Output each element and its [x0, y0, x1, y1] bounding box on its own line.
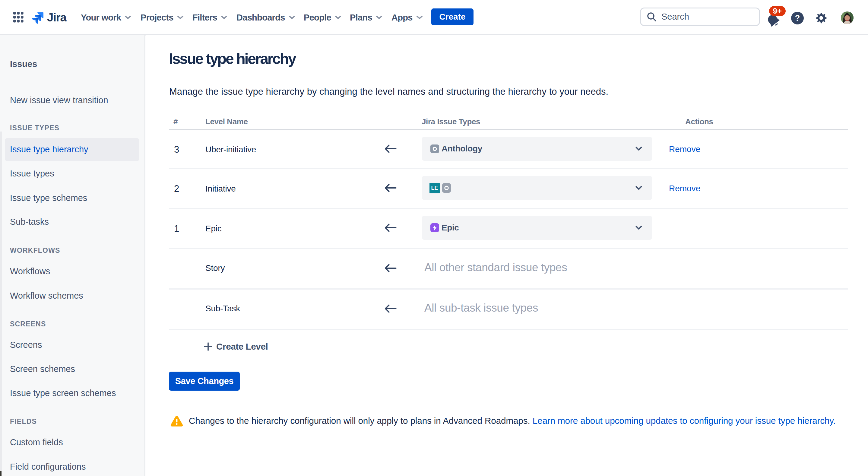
- svg-text:?: ?: [795, 13, 800, 23]
- svg-text:9+: 9+: [773, 6, 782, 16]
